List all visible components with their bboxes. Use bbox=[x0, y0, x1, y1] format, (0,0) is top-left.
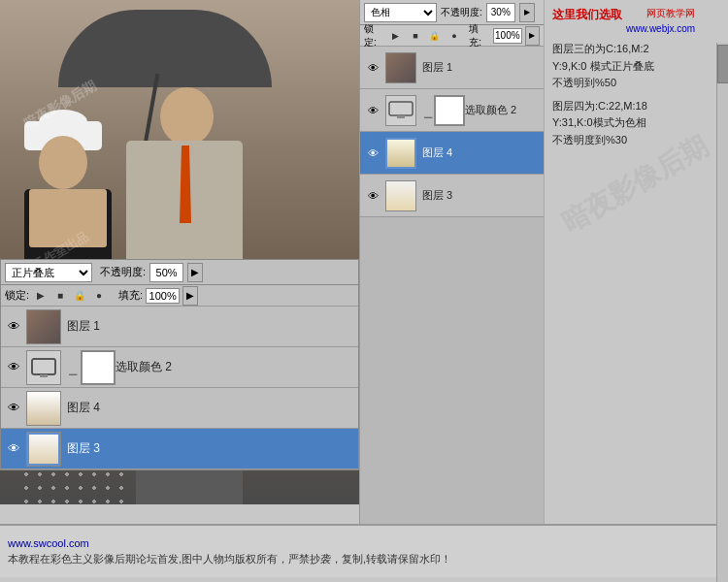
right-lock-label: 锁定: bbox=[364, 22, 384, 49]
right-layer-2-mask bbox=[434, 95, 465, 126]
bottom-layer-3-eye[interactable]: 👁 bbox=[5, 400, 22, 417]
right-layer-3-name: 图层 4 bbox=[422, 146, 540, 160]
bottom-lock-label: 锁定: bbox=[5, 288, 29, 303]
right-opacity-label: 不透明度: bbox=[441, 6, 482, 19]
right-layer-1-eye[interactable]: 👁 bbox=[364, 59, 381, 77]
bottom-layer-2-name: 选取颜色 2 bbox=[116, 359, 354, 375]
bottom-layer-3-name: 图层 4 bbox=[67, 400, 354, 416]
layers-section: 色相 正片叠底 不透明度: ▶ 锁定: ▶ ■ 🔒 ● 填充: ▶ bbox=[359, 0, 544, 524]
scrollbar-thumb[interactable] bbox=[717, 45, 728, 83]
right-layer-3-thumb bbox=[385, 138, 416, 169]
right-opacity-arrow[interactable]: ▶ bbox=[519, 3, 535, 22]
svg-rect-0 bbox=[32, 359, 55, 374]
right-toolbar-2: 锁定: ▶ ■ 🔒 ● 填充: ▶ bbox=[360, 25, 544, 47]
right-opacity-input[interactable] bbox=[486, 3, 515, 22]
main-container: 暗夜影像后期 工作室出品 正片叠底色相正常 不透明度: ▶ 锁定: ▶ bbox=[0, 0, 728, 582]
footer: www.swcool.com 本教程在彩色主义影像后期论坛首发,图中人物均版权所… bbox=[0, 524, 728, 577]
right-fill-label: 填充: bbox=[469, 22, 489, 49]
right-layer-row-3[interactable]: 👁 图层 4 bbox=[360, 132, 544, 175]
svg-rect-2 bbox=[389, 102, 413, 115]
bottom-fill-arrow[interactable]: ▶ bbox=[182, 286, 198, 306]
info-panel: 这里我们选取 网页教学网 www.webjx.com 图层三的为C:16,M:2… bbox=[544, 0, 728, 524]
bottom-layer-row-2[interactable]: 👁 ⎯ 选取颜色 2 bbox=[1, 347, 358, 388]
right-blend-mode-select[interactable]: 色相 正片叠底 bbox=[364, 3, 437, 22]
man-head bbox=[160, 87, 214, 146]
woman-head bbox=[39, 136, 87, 189]
right-layer-2-chain: ⎯ bbox=[424, 103, 432, 118]
bottom-opacity-label: 不透明度: bbox=[100, 265, 146, 279]
bottom-layer-1-thumb bbox=[26, 309, 61, 344]
bottom-layer-2-mask bbox=[81, 350, 116, 385]
info-line3: 不透明到%50 bbox=[552, 75, 728, 92]
right-layer-4-eye[interactable]: 👁 bbox=[364, 187, 381, 205]
bottom-layer-4-name: 图层 3 bbox=[67, 440, 354, 457]
left-section: 暗夜影像后期 工作室出品 正片叠底色相正常 不透明度: ▶ 锁定: ▶ bbox=[0, 0, 359, 524]
content-area: 暗夜影像后期 工作室出品 正片叠底色相正常 不透明度: ▶ 锁定: ▶ bbox=[0, 0, 728, 524]
right-layer-2-thumb bbox=[385, 95, 416, 126]
right-layer-1-name: 图层 1 bbox=[422, 60, 540, 75]
right-section: 色相 正片叠底 不透明度: ▶ 锁定: ▶ ■ 🔒 ● 填充: ▶ bbox=[359, 0, 728, 524]
right-lock-1-icon[interactable]: ▶ bbox=[387, 28, 404, 44]
lock-icons: ▶ ■ 🔒 ● bbox=[32, 288, 108, 304]
right-lock-2-icon[interactable]: ■ bbox=[407, 28, 423, 44]
bottom-layer-1-eye[interactable]: 👁 bbox=[5, 318, 22, 336]
man-tie bbox=[180, 146, 191, 223]
right-layer-row-1[interactable]: 👁 图层 1 bbox=[360, 47, 544, 89]
bottom-layer-4-thumb bbox=[26, 432, 61, 467]
bottom-layer-2-thumb bbox=[26, 350, 61, 385]
bottom-fill-input[interactable] bbox=[146, 288, 180, 304]
info-site-url: www.webjx.com bbox=[626, 21, 695, 37]
footer-url: www.swcool.com bbox=[8, 537, 720, 549]
right-layer-row-4[interactable]: 👁 图层 3 bbox=[360, 175, 544, 217]
right-layer-4-thumb bbox=[385, 180, 416, 211]
bottom-fill-label: 填充: bbox=[118, 288, 143, 303]
bottom-opacity-arrow[interactable]: ▶ bbox=[187, 263, 203, 282]
lock-move-icon[interactable]: ● bbox=[90, 288, 108, 304]
right-lock-3-icon[interactable]: 🔒 bbox=[426, 28, 443, 44]
svg-rect-1 bbox=[40, 374, 48, 377]
right-layer-4-name: 图层 3 bbox=[422, 188, 540, 203]
footer-text: 本教程在彩色主义影像后期论坛首发,图中人物均版权所有，严禁抄袭，复制,转载请保留… bbox=[8, 552, 720, 566]
umbrella-shape bbox=[58, 10, 272, 87]
lock-paint-icon[interactable]: ■ bbox=[51, 288, 69, 304]
right-layer-3-eye[interactable]: 👁 bbox=[364, 145, 381, 162]
bottom-opacity-input[interactable] bbox=[149, 263, 183, 282]
info-line2: Y:9,K:0 模式正片叠底 bbox=[552, 58, 728, 76]
info-line1: 图层三的为C:16,M:2 bbox=[552, 41, 728, 58]
bottom-layers-panel: 正片叠底色相正常 不透明度: ▶ 锁定: ▶ ■ 🔒 ● 填充: bbox=[0, 259, 359, 470]
info-title: 这里我们选取 bbox=[552, 6, 622, 24]
right-layer-row-2[interactable]: 👁 ⎯ 选取颜色 2 bbox=[360, 89, 544, 132]
lock-position-icon[interactable]: ▶ bbox=[32, 288, 50, 304]
right-lock-4-icon[interactable]: ● bbox=[446, 28, 462, 44]
bottom-layer-row-1[interactable]: 👁 图层 1 bbox=[1, 307, 358, 347]
right-fill-input[interactable] bbox=[493, 28, 522, 44]
svg-rect-3 bbox=[397, 115, 405, 118]
lock-all-icon[interactable]: 🔒 bbox=[71, 288, 88, 304]
bottom-toolbar-1: 正片叠底色相正常 不透明度: ▶ bbox=[1, 260, 358, 285]
right-layer-2-eye[interactable]: 👁 bbox=[364, 102, 381, 119]
bottom-layer-2-chain: ⎯ bbox=[69, 360, 77, 375]
bottom-layer-4-eye[interactable]: 👁 bbox=[5, 440, 22, 458]
bottom-layer-3-thumb bbox=[26, 391, 61, 426]
bottom-layer-row-3[interactable]: 👁 图层 4 bbox=[1, 388, 358, 429]
layers-scrollbar[interactable] bbox=[716, 43, 728, 582]
info-site-label: 网页教学网 bbox=[626, 6, 695, 21]
right-layer-1-thumb bbox=[385, 52, 416, 83]
right-fill-arrow[interactable]: ▶ bbox=[525, 26, 540, 46]
bottom-layer-1-name: 图层 1 bbox=[67, 318, 354, 335]
right-toolbar-1: 色相 正片叠底 不透明度: ▶ bbox=[360, 0, 544, 25]
bottom-blend-mode-select[interactable]: 正片叠底色相正常 bbox=[5, 263, 92, 282]
bottom-layer-row-4[interactable]: 👁 图层 3 bbox=[1, 429, 358, 469]
right-layer-2-name: 选取颜色 2 bbox=[465, 103, 540, 117]
info-line4: 图层四为:C:22,M:18 bbox=[552, 98, 728, 115]
bottom-layer-2-eye[interactable]: 👁 bbox=[5, 359, 22, 376]
bottom-toolbar-2: 锁定: ▶ ■ 🔒 ● 填充: ▶ bbox=[1, 285, 358, 307]
